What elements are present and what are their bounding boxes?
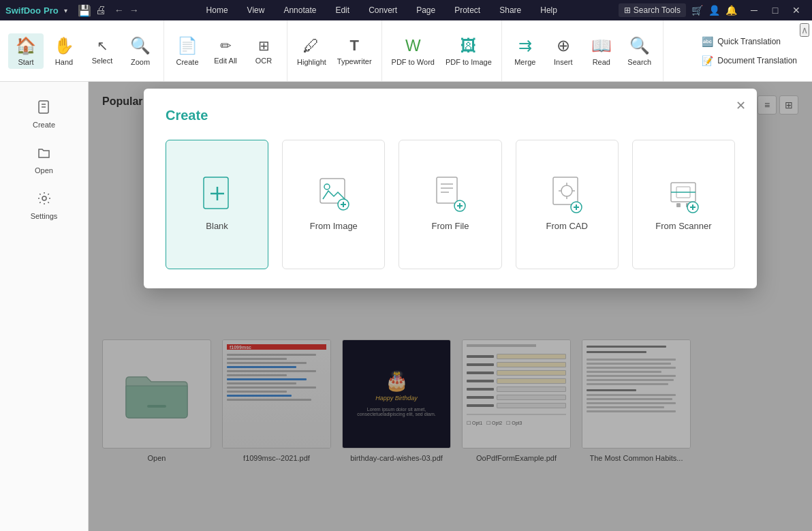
modal-cards: Blank <box>166 140 735 269</box>
ribbon-group-tools: ⇉ Merge ⊕ Insert 📖 Read 🔍 Search <box>502 20 663 81</box>
menu-convert[interactable]: Convert <box>359 1 407 19</box>
card-from-cad[interactable]: From CAD <box>516 140 619 269</box>
ribbon-pdf-to-word-button[interactable]: W PDF to Word <box>388 33 439 69</box>
bell-icon[interactable]: 🔔 <box>725 5 737 16</box>
main-area: Create Open Settings Popular Tools <box>0 82 812 531</box>
menu-bar: Home View Annotate Edit Convert Page Pro… <box>145 1 619 19</box>
document-translation-label: Document Translation <box>717 56 797 65</box>
title-bar: SwifDooPro ▾ 💾 🖨 ← → Home View Annotate … <box>0 0 812 20</box>
card-from-image-label: From Image <box>310 221 358 231</box>
document-translation-icon: 📝 <box>702 55 713 66</box>
nav-forward-button[interactable]: → <box>127 5 141 16</box>
app-logo: SwifDooPro <box>5 5 59 16</box>
svg-rect-12 <box>437 177 457 203</box>
ribbon-insert-button[interactable]: ⊕ Insert <box>546 33 581 69</box>
ribbon-merge-button[interactable]: ⇉ Merge <box>507 33 543 69</box>
ribbon-group-edit: 📄 Create ✏ Edit All ⊞ OCR <box>164 20 287 81</box>
close-button[interactable]: ✕ <box>786 2 807 18</box>
ribbon-highlight-button[interactable]: 🖊 Highlight <box>293 33 330 69</box>
pdf-to-word-icon: W <box>405 36 421 55</box>
ribbon-collapse-button[interactable]: ∧ <box>800 23 809 37</box>
ribbon-start-button[interactable]: 🏠 Start <box>8 33 44 69</box>
ribbon-right: 🔤 Quick Translation 📝 Document Translati… <box>689 20 809 81</box>
sidebar-open-icon <box>37 145 52 164</box>
menu-protect[interactable]: Protect <box>445 1 490 19</box>
menu-page[interactable]: Page <box>407 1 445 19</box>
save-icon: 💾 <box>78 4 91 17</box>
from-image-icon <box>317 179 350 211</box>
ribbon: 🏠 Start ✋ Hand ↖ Select 🔍 Zoom 📄 Create … <box>0 20 812 82</box>
menu-view[interactable]: View <box>238 1 275 19</box>
svg-rect-31 <box>676 203 681 207</box>
minimize-button[interactable]: ─ <box>744 2 764 18</box>
app-name: SwifDoo <box>5 5 41 16</box>
card-blank[interactable]: Blank <box>166 140 268 269</box>
ocr-icon: ⊞ <box>258 37 270 54</box>
card-blank-label: Blank <box>206 221 228 231</box>
user-icon[interactable]: 👤 <box>708 5 720 16</box>
ribbon-ocr-button[interactable]: ⊞ OCR <box>246 35 281 67</box>
ribbon-pdf-to-image-button[interactable]: 🖼 PDF to Image <box>441 33 496 69</box>
ribbon-search-button[interactable]: 🔍 Search <box>622 33 657 69</box>
card-from-scanner-label: From Scanner <box>655 221 711 231</box>
create-icon: 📄 <box>177 36 198 55</box>
ribbon-typewriter-button[interactable]: T Typewriter <box>333 34 376 68</box>
ribbon-select-button[interactable]: ↖ Select <box>84 35 120 67</box>
ribbon-read-label: Read <box>593 58 610 66</box>
home-icon: 🏠 <box>16 36 36 55</box>
modal-title: Create <box>166 108 735 123</box>
ribbon-hand-label: Hand <box>55 58 73 66</box>
ribbon-read-button[interactable]: 📖 Read <box>584 33 619 69</box>
menu-annotate[interactable]: Annotate <box>274 1 326 19</box>
sidebar-item-open[interactable]: Open <box>5 138 82 181</box>
from-cad-icon <box>550 179 583 211</box>
ribbon-zoom-button[interactable]: 🔍 Zoom <box>123 33 158 69</box>
card-from-image[interactable]: From Image <box>282 140 385 269</box>
card-from-file-label: From File <box>432 221 469 231</box>
select-icon: ↖ <box>97 37 108 54</box>
from-file-icon <box>434 179 467 211</box>
menu-edit[interactable]: Edit <box>326 1 359 19</box>
quick-translation-label: Quick Translation <box>717 37 781 46</box>
menu-home[interactable]: Home <box>197 1 238 19</box>
hand-icon: ✋ <box>54 36 74 55</box>
document-translation-button[interactable]: 📝 Document Translation <box>698 53 801 68</box>
search-icon: 🔍 <box>629 36 650 55</box>
menu-help[interactable]: Help <box>531 1 567 19</box>
quick-translation-button[interactable]: 🔤 Quick Translation <box>698 34 801 49</box>
sidebar-open-label: Open <box>35 166 53 175</box>
sidebar-item-settings[interactable]: Settings <box>5 184 82 227</box>
nav-buttons: ← → <box>112 5 141 16</box>
ribbon-search-label: Search <box>627 58 651 66</box>
editall-icon: ✏ <box>220 37 232 54</box>
title-bar-right: ⊞ Search Tools 🛒 👤 🔔 <box>619 3 737 17</box>
card-from-scanner[interactable]: From Scanner <box>632 140 735 269</box>
search-tools-button[interactable]: ⊞ Search Tools <box>619 3 686 17</box>
ribbon-pdf-to-image-label: PDF to Image <box>446 58 492 66</box>
print-icon: 🖨 <box>95 4 106 16</box>
ribbon-start-label: Start <box>18 58 33 66</box>
svg-point-8 <box>324 184 330 189</box>
ribbon-hand-button[interactable]: ✋ Hand <box>46 33 82 69</box>
maximize-button[interactable]: □ <box>765 2 785 18</box>
typewriter-icon: T <box>349 37 358 55</box>
cart-icon[interactable]: 🛒 <box>691 5 703 16</box>
card-from-file[interactable]: From File <box>399 140 501 269</box>
ribbon-editall-button[interactable]: ✏ Edit All <box>208 35 243 67</box>
search-tools-label: Search Tools <box>634 5 681 15</box>
app-dropdown[interactable]: ▾ <box>64 7 67 14</box>
modal-close-button[interactable]: ✕ <box>736 98 746 113</box>
nav-back-button[interactable]: ← <box>112 5 126 16</box>
ribbon-select-label: Select <box>92 57 113 65</box>
menu-share[interactable]: Share <box>490 1 531 19</box>
app-pro: Pro <box>44 5 59 16</box>
ribbon-group-convert: W PDF to Word 🖼 PDF to Image <box>382 20 502 81</box>
sidebar-create-icon <box>37 100 52 118</box>
sidebar: Create Open Settings <box>0 82 89 531</box>
read-icon: 📖 <box>591 36 612 55</box>
content-area: Popular Tools ≡ ⊞ Create ✕ <box>89 82 812 531</box>
sidebar-settings-label: Settings <box>31 212 58 220</box>
sidebar-item-create[interactable]: Create <box>5 93 82 136</box>
search-tools-icon: ⊞ <box>624 5 631 15</box>
ribbon-create-button[interactable]: 📄 Create <box>170 33 205 69</box>
